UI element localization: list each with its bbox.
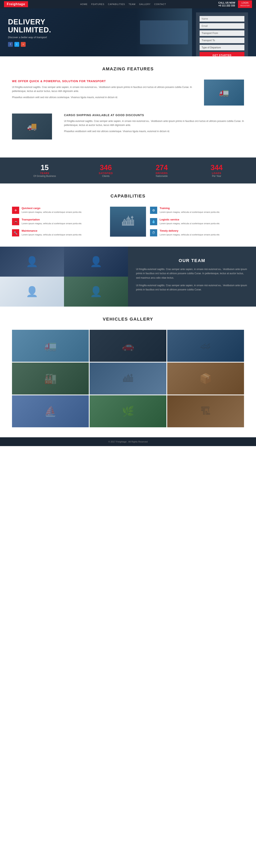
cap-transportation-desc: Lorem ipsum magna, vehicula ut scelerisq…: [22, 222, 82, 225]
login-button[interactable]: LOGIN REGISTER: [238, 0, 252, 8]
stat-clients-label-bottom: Clients: [99, 175, 113, 178]
features-section: AMAZING FEATURES WE OFFER QUICK & POWERF…: [0, 56, 256, 157]
cap-quickest-cargo: ✈ Quickest cargo Lorem ipsum magna, vehi…: [12, 207, 106, 214]
stat-years-label-bottom: Of Growing Business: [33, 175, 56, 178]
gear-icon: ⚙: [150, 207, 157, 214]
nav-contact[interactable]: CONTACT: [154, 3, 166, 5]
name-input[interactable]: [200, 16, 245, 22]
departure-type-select[interactable]: Type of Departure: [200, 45, 245, 50]
feature2-image: 🚚: [12, 114, 52, 140]
gallery-item-warehouse[interactable]: 🏭: [12, 363, 89, 395]
capabilities-section: CAPABILITIES ✈ Quickest cargo Lorem ipsu…: [0, 184, 256, 247]
stat-years-label-top: YEARS: [33, 172, 56, 175]
gallery-car-icon: 🏎: [201, 340, 210, 351]
logo[interactable]: Freightage: [4, 1, 28, 7]
stat-clients-label-top: SATISFIED: [99, 172, 113, 175]
gallery-trucks-icon: 🚛: [44, 340, 57, 351]
drop-icon: 💧: [150, 218, 157, 225]
feature1-image: 🚛: [204, 80, 244, 105]
team-photo-3: 👤: [0, 277, 64, 307]
cap-transportation-text: Transportation Lorem ipsum magna, vehicu…: [22, 218, 82, 225]
hero-title: DELIVERY UNLIMITED.: [8, 18, 108, 34]
transport-to-select[interactable]: Transport To: [200, 38, 245, 43]
stats-section: 15 YEARS Of Growing Business 346 SATISFI…: [0, 157, 256, 184]
twitter-icon[interactable]: t: [15, 42, 19, 47]
phone-number: +0 111 222 333: [219, 4, 235, 7]
stat-clients-number: 346: [99, 163, 113, 172]
person3-icon: 👤: [26, 286, 38, 298]
stat-years: 15 YEARS Of Growing Business: [33, 163, 56, 178]
stat-loads: 344 LOADS Per Year: [210, 163, 223, 178]
cap-right-column: ⚙ Training Lorem ipsum magna, vehicula u…: [150, 207, 244, 237]
gallery-item-car[interactable]: 🏎: [167, 330, 244, 362]
cap-quickest-desc: Lorem ipsum magna, vehicula ut scelerisq…: [22, 211, 82, 214]
person2-icon: 👤: [90, 256, 102, 268]
cap-timely-text: Timely delivery Lorem ipsum magna, vehic…: [160, 229, 220, 237]
team-para1: Ut fringilla euismod sagittis. Cras semp…: [136, 267, 248, 280]
truck2-icon: 🚚: [27, 122, 37, 131]
nav-links: HOME FEATURES CAPABILITIES TEAM GALLERY …: [80, 3, 166, 5]
hero-social: f t +: [8, 42, 108, 47]
feature-row-2: CARGO SHIPPING AVAILABLE AT GOOD DISCOUN…: [12, 114, 244, 140]
gallery-item-trucks[interactable]: 🚛: [12, 330, 89, 362]
nav-phone: CALL US NOW +0 111 222 333: [219, 1, 235, 7]
stat-loads-label-bottom: Per Year: [210, 175, 223, 178]
google-plus-icon[interactable]: +: [21, 42, 26, 47]
cap-maintenance-title: Maintenance: [22, 229, 82, 232]
feature-row-1: WE OFFER QUICK & POWERFUL SOLUTION FOR T…: [12, 80, 244, 105]
cap-maintenance: 🔧 Maintenance Lorem ipsum magna, vehicul…: [12, 229, 106, 237]
gallery-item-forest[interactable]: 🌿: [90, 395, 166, 427]
cap-logistic-desc: Lorem ipsum magna, vehicula ut scelerisq…: [160, 222, 220, 225]
cap-logistic-text: Logistic service Lorem ipsum magna, vehi…: [160, 218, 220, 225]
cap-timely: ⏱ Timely delivery Lorem ipsum magna, veh…: [150, 229, 244, 237]
cap-transportation-title: Transportation: [22, 218, 82, 221]
cap-training: ⚙ Training Lorem ipsum magna, vehicula u…: [150, 207, 244, 214]
transport-from-select[interactable]: Transport From: [200, 30, 245, 36]
email-input[interactable]: [200, 23, 245, 29]
stat-loads-label-top: LOADS: [210, 172, 223, 175]
gallery-section: VEHICLES GALLERY 🚛 🚗 🏎 🏭 🏙 📦 ⛵ 🌿 🏗: [0, 307, 256, 437]
cap-maintenance-desc: Lorem ipsum magna, vehicula ut scelerisq…: [22, 233, 82, 237]
gallery-item-port[interactable]: 🏗: [167, 395, 244, 427]
nav-capabilities[interactable]: CAPABILITIES: [108, 3, 125, 5]
team-photos-grid: 👤 👤 👤 👤: [0, 247, 128, 307]
feature2-text: CARGO SHIPPING AVAILABLE AT GOOD DISCOUN…: [58, 114, 244, 135]
team-text-content: OUR TEAM Ut fringilla euismod sagittis. …: [128, 247, 256, 307]
truck-icon: 🚛: [219, 88, 229, 97]
facebook-icon[interactable]: f: [8, 42, 13, 47]
capabilities-grid: ✈ Quickest cargo Lorem ipsum magna, vehi…: [12, 207, 244, 237]
gallery-cockpit-icon: 🚗: [122, 340, 134, 351]
capabilities-title: CAPABILITIES: [12, 193, 244, 199]
features-title: AMAZING FEATURES: [12, 66, 244, 71]
stat-drivers: 274 DRIVERS Nationwide: [156, 163, 168, 178]
truck-shape: [140, 21, 188, 44]
stat-clients: 346 SATISFIED Clients: [99, 163, 113, 178]
gallery-item-aerial[interactable]: 🏙: [90, 363, 166, 395]
airplane-icon: ✈: [12, 207, 19, 214]
cap-quickest-title: Quickest cargo: [22, 207, 82, 210]
team-para2: Ut fringilla euismod sagittis. Cras semp…: [136, 283, 248, 292]
gallery-forest-icon: 🌿: [122, 405, 134, 417]
cap-training-text: Training Lorem ipsum magna, vehicula ut …: [160, 207, 220, 214]
hero-truck-image: [136, 8, 192, 56]
stat-drivers-label-bottom: Nationwide: [156, 175, 168, 178]
cap-logistic: 💧 Logistic service Lorem ipsum magna, ve…: [150, 218, 244, 225]
gallery-item-cockpit[interactable]: 🚗: [90, 330, 166, 362]
hero-content: DELIVERY UNLIMITED. Discover a better wa…: [8, 18, 108, 47]
call-label: CALL US NOW: [219, 1, 235, 4]
get-started-button[interactable]: GET STARTED: [200, 52, 245, 56]
feature1-para1: Ut fringilla euismod sagittis. Cras semp…: [12, 85, 198, 93]
gallery-item-containers[interactable]: 📦: [167, 363, 244, 395]
nav-home[interactable]: HOME: [80, 3, 88, 5]
cap-timely-title: Timely delivery: [160, 229, 220, 232]
navbar: Freightage HOME FEATURES CAPABILITIES TE…: [0, 0, 256, 8]
feature2-title: CARGO SHIPPING AVAILABLE AT GOOD DISCOUN…: [64, 114, 244, 117]
gallery-containers-icon: 📦: [199, 373, 212, 384]
nav-features[interactable]: FEATURES: [91, 3, 105, 5]
nav-gallery[interactable]: GALLERY: [139, 3, 151, 5]
stat-loads-number: 344: [210, 163, 223, 172]
gallery-item-harbor[interactable]: ⛵: [12, 395, 89, 427]
nav-team[interactable]: TEAM: [129, 3, 136, 5]
cap-training-title: Training: [160, 207, 220, 210]
cap-center-image: 🏙: [110, 207, 146, 237]
